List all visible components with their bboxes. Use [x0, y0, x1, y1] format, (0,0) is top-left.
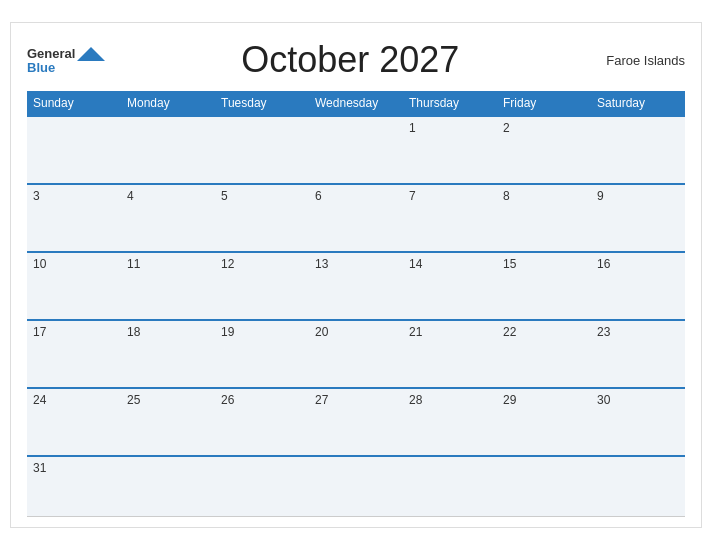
calendar-day-cell: 22: [497, 320, 591, 388]
header-thursday: Thursday: [403, 91, 497, 116]
calendar-day-cell: 4: [121, 184, 215, 252]
calendar-day-cell: 13: [309, 252, 403, 320]
calendar-day-cell: [121, 116, 215, 184]
calendar-day-cell: 31: [27, 456, 121, 516]
day-number: 26: [221, 393, 234, 407]
day-number: 12: [221, 257, 234, 271]
day-number: 14: [409, 257, 422, 271]
logo-blue-text: Blue: [27, 61, 55, 74]
calendar-day-cell: [215, 116, 309, 184]
day-number: 7: [409, 189, 416, 203]
region-label: Faroe Islands: [595, 53, 685, 68]
day-number: 18: [127, 325, 140, 339]
calendar-day-cell: [403, 456, 497, 516]
calendar-day-cell: [309, 456, 403, 516]
day-number: 22: [503, 325, 516, 339]
header-saturday: Saturday: [591, 91, 685, 116]
calendar-container: General Blue October 2027 Faroe Islands …: [10, 22, 702, 528]
calendar-day-cell: 27: [309, 388, 403, 456]
calendar-day-cell: 28: [403, 388, 497, 456]
logo-triangle-icon: [77, 47, 105, 61]
day-number: 27: [315, 393, 328, 407]
calendar-day-cell: 15: [497, 252, 591, 320]
calendar-day-cell: 8: [497, 184, 591, 252]
day-number: 15: [503, 257, 516, 271]
svg-marker-0: [77, 47, 105, 61]
calendar-day-cell: 25: [121, 388, 215, 456]
calendar-day-cell: 21: [403, 320, 497, 388]
day-number: 30: [597, 393, 610, 407]
calendar-header: General Blue October 2027 Faroe Islands: [27, 39, 685, 81]
logo: General Blue: [27, 47, 105, 74]
calendar-day-cell: 23: [591, 320, 685, 388]
day-number: 31: [33, 461, 46, 475]
calendar-day-cell: 17: [27, 320, 121, 388]
weekday-header-row: Sunday Monday Tuesday Wednesday Thursday…: [27, 91, 685, 116]
header-sunday: Sunday: [27, 91, 121, 116]
day-number: 2: [503, 121, 510, 135]
day-number: 25: [127, 393, 140, 407]
day-number: 4: [127, 189, 134, 203]
calendar-week-row: 31: [27, 456, 685, 516]
calendar-day-cell: 14: [403, 252, 497, 320]
calendar-day-cell: [497, 456, 591, 516]
day-number: 29: [503, 393, 516, 407]
calendar-day-cell: 6: [309, 184, 403, 252]
calendar-day-cell: 7: [403, 184, 497, 252]
day-number: 19: [221, 325, 234, 339]
header-monday: Monday: [121, 91, 215, 116]
day-number: 28: [409, 393, 422, 407]
day-number: 24: [33, 393, 46, 407]
calendar-day-cell: 1: [403, 116, 497, 184]
day-number: 11: [127, 257, 140, 271]
calendar-day-cell: 2: [497, 116, 591, 184]
day-number: 5: [221, 189, 228, 203]
calendar-week-row: 17181920212223: [27, 320, 685, 388]
header-tuesday: Tuesday: [215, 91, 309, 116]
day-number: 8: [503, 189, 510, 203]
day-number: 21: [409, 325, 422, 339]
calendar-day-cell: 9: [591, 184, 685, 252]
calendar-day-cell: [591, 456, 685, 516]
calendar-week-row: 3456789: [27, 184, 685, 252]
calendar-day-cell: [121, 456, 215, 516]
day-number: 6: [315, 189, 322, 203]
calendar-day-cell: [27, 116, 121, 184]
calendar-day-cell: 20: [309, 320, 403, 388]
calendar-day-cell: 30: [591, 388, 685, 456]
calendar-day-cell: 12: [215, 252, 309, 320]
calendar-day-cell: 5: [215, 184, 309, 252]
day-number: 1: [409, 121, 416, 135]
day-number: 17: [33, 325, 46, 339]
calendar-day-cell: 11: [121, 252, 215, 320]
header-friday: Friday: [497, 91, 591, 116]
calendar-day-cell: 24: [27, 388, 121, 456]
calendar-day-cell: 10: [27, 252, 121, 320]
calendar-day-cell: 29: [497, 388, 591, 456]
day-number: 16: [597, 257, 610, 271]
calendar-title: October 2027: [105, 39, 595, 81]
calendar-day-cell: 18: [121, 320, 215, 388]
day-number: 13: [315, 257, 328, 271]
day-number: 9: [597, 189, 604, 203]
calendar-day-cell: [309, 116, 403, 184]
calendar-day-cell: [591, 116, 685, 184]
calendar-week-row: 10111213141516: [27, 252, 685, 320]
day-number: 3: [33, 189, 40, 203]
calendar-week-row: 12: [27, 116, 685, 184]
calendar-day-cell: 26: [215, 388, 309, 456]
calendar-day-cell: 16: [591, 252, 685, 320]
day-number: 20: [315, 325, 328, 339]
day-number: 23: [597, 325, 610, 339]
calendar-day-cell: 19: [215, 320, 309, 388]
calendar-week-row: 24252627282930: [27, 388, 685, 456]
calendar-day-cell: 3: [27, 184, 121, 252]
header-wednesday: Wednesday: [309, 91, 403, 116]
calendar-grid: Sunday Monday Tuesday Wednesday Thursday…: [27, 91, 685, 517]
logo-general-text: General: [27, 47, 75, 60]
calendar-day-cell: [215, 456, 309, 516]
day-number: 10: [33, 257, 46, 271]
